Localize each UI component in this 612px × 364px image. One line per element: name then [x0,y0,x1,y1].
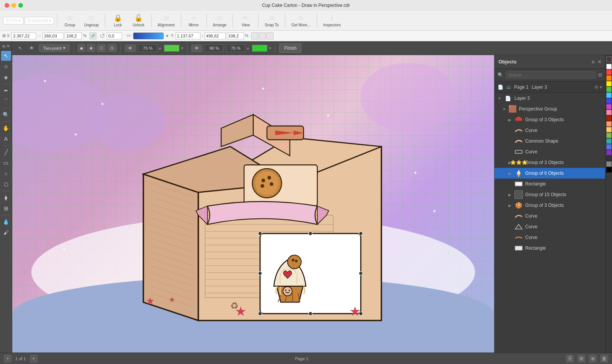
alignment-button[interactable]: ⊞ Alignment [155,12,177,29]
panel-list-icon[interactable]: ⊟ [598,72,602,78]
delete-page-button[interactable]: 🗑 [601,355,608,362]
group-button[interactable]: ⊞ Group [60,12,80,29]
flip-h-button[interactable]: ⟺ [251,32,258,39]
color-cornflower[interactable] [606,144,612,150]
inspectors-button[interactable]: ℹ Inspectors [320,12,344,29]
color-yellow[interactable] [606,81,612,86]
persp-visibility-btn[interactable]: 👁 [125,44,136,52]
color-white[interactable] [606,64,612,69]
persp-eye-tool[interactable]: 👁 [27,43,37,53]
color-gradient-picker[interactable] [133,32,164,39]
grid-type-2[interactable]: ◈ [87,44,95,52]
opacity-3-up[interactable]: ▲ [246,46,250,50]
close-button[interactable] [5,3,9,8]
freehand-tool[interactable]: ✒ [1,86,11,96]
persp-group-expand[interactable]: ▼ [502,107,506,111]
table-tool[interactable]: ⊞ [1,203,11,213]
finish-button[interactable]: Finish [279,44,301,53]
get-more-button[interactable]: ⊕ Get More... [288,12,314,29]
line-color-btn[interactable] [252,45,267,52]
color-pink[interactable] [606,110,612,115]
layer3-header[interactable]: ▼ 📄 Layer 3 [495,93,605,104]
group6-expand[interactable]: ▶ [508,171,512,176]
flip-v-button[interactable]: ⟻ [259,32,266,39]
curve3-item[interactable]: Curve [495,211,605,221]
persp-type-dropdown[interactable]: Two-point ▾ [39,44,70,52]
color-violet[interactable] [606,150,612,155]
persp-visibility-btn2[interactable]: 👁 [191,44,202,52]
paint-tool[interactable]: 🖌 [1,227,11,237]
group3c-item[interactable]: ▶ 🍪 Group of 3 Objects [495,200,605,211]
layers-toggle[interactable]: ☰ [566,355,574,362]
color-lime[interactable] [606,133,612,138]
color-green[interactable] [606,87,612,92]
minimize-button[interactable] [11,3,16,8]
snap-to-button[interactable]: ⊕ Snap To [262,12,282,29]
group3c-expand[interactable]: ▶ [508,203,512,208]
opacity-3-input[interactable] [226,44,245,52]
line-chevron[interactable]: ▾ [269,46,271,51]
view-modes-dropdown[interactable]: Enhanced ▾ [25,17,54,24]
color-black[interactable] [606,167,612,172]
color-orange[interactable] [606,75,612,81]
bezier-tool[interactable]: ⌒ [1,96,11,106]
rectangle2-item[interactable]: Rectangle [495,243,605,253]
color-red[interactable] [606,70,612,75]
grid-type-3[interactable]: ⬡ [97,44,106,52]
eyedropper-tool[interactable]: 💧 [1,217,11,227]
maximize-button[interactable] [18,3,23,8]
grid-type-4[interactable]: ◷ [107,44,117,52]
unlock-button[interactable]: 🔓 Unlock [129,12,148,29]
curve1-item[interactable]: Curve [495,125,605,136]
search-input[interactable] [506,71,596,79]
canvas-area[interactable]: ✦ ✦ ✦ ✦ ✦ ✦ ✦ ✦ [12,55,494,353]
select-tool[interactable]: ↖ [1,51,11,61]
group15-expand[interactable]: ▶ [508,193,512,197]
panel-gear-icon[interactable]: ⚙ ▾ [594,84,602,90]
arrange-button[interactable]: ⧉ Arrange [210,13,230,29]
zoom-dropdown[interactable]: 237% ▾ [3,17,23,24]
rotate-button[interactable]: ↺ [99,32,105,40]
grid-toggle[interactable]: ⊞ [578,355,585,362]
persp-group-item[interactable]: ▼ 🟫 Perspective Group [495,104,605,114]
circle-tool[interactable]: ○ [1,169,11,179]
pan-tool[interactable]: ✋ [1,123,11,133]
grid-type-1[interactable]: ■ [78,44,86,52]
color-darkred[interactable] [606,115,612,121]
angle-input[interactable] [107,32,122,39]
color-gold[interactable] [606,127,612,132]
node-tool[interactable]: ◈ [1,72,11,82]
opacity-1-input[interactable] [138,44,157,52]
width-input[interactable] [42,32,63,39]
next-page-button[interactable]: + [30,355,37,362]
artwork-canvas[interactable]: ★ ★ ♻ [12,55,494,353]
line-tool[interactable]: ╱ [1,147,11,157]
fill-color-btn[interactable] [164,45,179,52]
group3a-item[interactable]: ▶ Group of 3 Objects [495,114,605,125]
curve4-item[interactable]: Curve [495,221,605,232]
y-input[interactable] [176,32,200,39]
color-darkgray[interactable] [606,156,612,161]
fill-chevron[interactable]: ▾ [181,46,183,51]
objects-panel-close[interactable]: × [598,58,601,65]
snap-toggle[interactable]: ⊕ [589,355,597,362]
rectangle1-item[interactable]: Rectangle [495,179,605,189]
color-purple[interactable] [606,104,612,109]
objects-panel-icon1[interactable]: ≡ [591,59,594,65]
no-fill-swatch[interactable] [606,57,612,62]
zoom-tool[interactable]: 🔍 [1,110,11,120]
color-blue[interactable] [606,98,612,104]
x-input[interactable] [11,32,36,39]
smart-fill-tool[interactable]: ⧫ [1,193,11,203]
lock-button[interactable]: 🔒 Lock [108,12,127,29]
transform-opts[interactable]: ⊡ [267,32,273,39]
color-gray[interactable] [606,161,612,167]
group15-item[interactable]: ▶ Group of 15 Objects [495,189,605,200]
curve2-item[interactable]: Curve [495,146,605,157]
rect-tool[interactable]: ▭ [1,158,11,168]
mirror-button[interactable]: ⇔ Mirror [184,12,203,29]
view-button[interactable]: 👁 View [236,13,255,29]
group3a-expand[interactable]: ▶ [508,118,512,122]
pick-tool[interactable]: ⊹ [1,62,11,72]
add-page-button[interactable]: + [4,355,11,362]
